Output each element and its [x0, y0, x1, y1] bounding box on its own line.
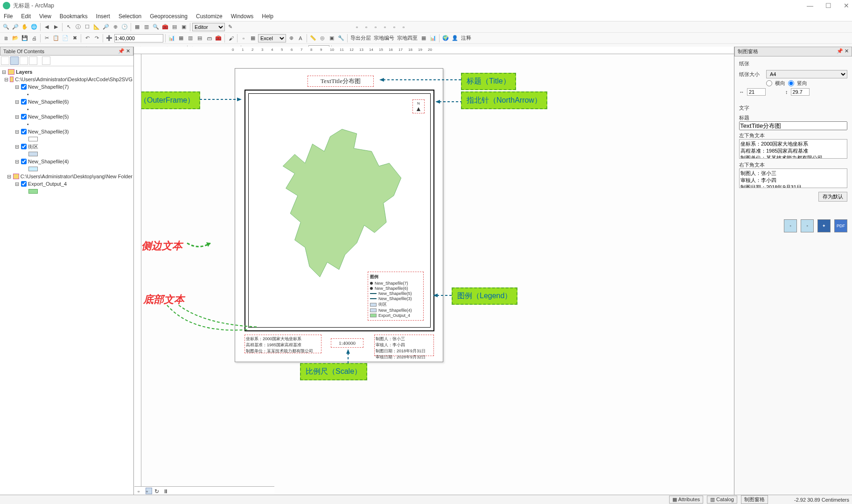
layer-checkbox[interactable]: [21, 84, 27, 90]
maximize-button[interactable]: ☐: [825, 2, 831, 9]
zoom-prev-icon[interactable]: ◀: [42, 23, 51, 31]
toc-list-by-drawing-icon[interactable]: [1, 56, 9, 65]
open-icon[interactable]: 📂: [11, 34, 20, 42]
layer-checkbox[interactable]: [21, 99, 27, 105]
layer-name[interactable]: New_Shapefile(6): [28, 99, 69, 105]
layout-view[interactable]: 01234567891011121314151617181920 TextTit…: [134, 47, 734, 495]
zone-number-label[interactable]: 宗地编号: [373, 35, 395, 42]
delete-icon[interactable]: ✖: [70, 34, 79, 42]
field-icon[interactable]: ▫: [239, 34, 248, 42]
person-icon[interactable]: 👤: [451, 34, 459, 42]
bottom-right-text[interactable]: 制图人：张小三 审核人：李小四 制图日期：2018年9月31日 审核日期：202…: [374, 335, 434, 356]
toolbox-icon[interactable]: 🧰: [161, 23, 169, 31]
tool-f-icon[interactable]: ▫: [399, 23, 408, 31]
layer-symbol-patch[interactable]: [28, 152, 38, 156]
annotation-label[interactable]: 注释: [460, 35, 472, 42]
outer-frame[interactable]: N ▲ 图例 New_Shapefile(7)New_Shapefile(6): [244, 90, 434, 331]
layer-name[interactable]: New_Shapefile(7): [28, 84, 69, 90]
data-view-button[interactable]: ▫: [137, 488, 144, 494]
tool-b-icon[interactable]: ▫: [362, 23, 370, 31]
refresh-view-button[interactable]: ↻: [154, 488, 161, 494]
layer-checkbox[interactable]: [21, 129, 27, 134]
menu-geoprocessing[interactable]: Geoprocessing: [150, 13, 188, 20]
layer-symbol-point[interactable]: •: [27, 107, 29, 112]
globe-icon[interactable]: 🌐: [30, 23, 38, 31]
menu-insert[interactable]: Insert: [96, 13, 110, 20]
undo-icon[interactable]: ↶: [83, 34, 91, 42]
toc-group1[interactable]: C:\Users\Administrator\Desktop\ArcCode\S…: [15, 77, 133, 82]
grid2-icon[interactable]: ▦: [419, 34, 428, 42]
globe2-icon[interactable]: 🌍: [441, 34, 450, 42]
print-icon[interactable]: 🖨: [30, 34, 38, 42]
status-tab-attributes[interactable]: ▦ Attributes: [669, 496, 703, 504]
layer-name[interactable]: Export_Output_4: [28, 181, 67, 187]
layer-checkbox[interactable]: [21, 144, 27, 149]
clear-sel-icon[interactable]: 🔧: [337, 34, 345, 42]
identify-icon[interactable]: ⓘ: [74, 23, 82, 31]
tool-a-icon[interactable]: ▫: [353, 23, 361, 31]
layer-name[interactable]: New_Shapefile(5): [28, 114, 69, 119]
tool-e-icon[interactable]: ▫: [390, 23, 398, 31]
paper-height-input[interactable]: [791, 88, 810, 96]
search-icon[interactable]: 🔍: [152, 23, 160, 31]
export-layout-2-icon[interactable]: ▫: [801, 219, 814, 232]
scale-text[interactable]: 1:40000: [331, 338, 363, 348]
toc-list-by-selection-icon[interactable]: [29, 56, 37, 65]
cross-icon[interactable]: ⊕: [287, 34, 295, 42]
layer-symbol-point[interactable]: •: [27, 92, 29, 97]
export-layer-label[interactable]: 导出分层: [349, 35, 372, 42]
measuretool-icon[interactable]: 📏: [309, 34, 317, 42]
time-icon[interactable]: 🕒: [120, 23, 129, 31]
br-textarea[interactable]: [739, 168, 847, 188]
menu-customize[interactable]: Customize: [196, 13, 223, 20]
buffer-icon[interactable]: ◎: [318, 34, 327, 42]
new-icon[interactable]: 🗎: [2, 34, 10, 42]
toc-options-icon[interactable]: [42, 56, 50, 65]
table-open-icon[interactable]: ▦: [177, 34, 185, 42]
select-icon[interactable]: ☐: [83, 23, 91, 31]
redo-icon[interactable]: ↷: [92, 34, 101, 42]
editor-tool-icon[interactable]: ✎: [226, 23, 234, 31]
brush-icon[interactable]: 🖌: [227, 34, 235, 42]
layout-canvas[interactable]: TextTitle分布图 N ▲: [141, 54, 734, 495]
layout-icon[interactable]: ▤: [196, 34, 204, 42]
close-button[interactable]: ✕: [844, 2, 849, 9]
page[interactable]: TextTitle分布图 N ▲: [235, 68, 443, 362]
export-image-icon[interactable]: ✦: [817, 219, 831, 232]
toc-list-by-visibility-icon[interactable]: [20, 56, 28, 65]
chart-icon[interactable]: 📊: [429, 34, 437, 42]
menu-edit[interactable]: Edit: [21, 13, 31, 20]
tool-d-icon[interactable]: ▫: [381, 23, 389, 31]
paste-icon[interactable]: 📄: [61, 34, 70, 42]
toc-icon[interactable]: ▥: [186, 34, 195, 42]
layer-name[interactable]: New_Shapefile(4): [28, 159, 69, 164]
menu-view[interactable]: View: [39, 13, 51, 20]
menu-help[interactable]: Help: [262, 13, 273, 20]
layer-symbol-patch[interactable]: [28, 137, 38, 141]
save-icon[interactable]: 💾: [21, 34, 29, 42]
menu-windows[interactable]: Windows: [231, 13, 254, 20]
pointer-icon[interactable]: ↖: [64, 23, 73, 31]
pause-draw-button[interactable]: ⏸: [162, 488, 169, 494]
menu-selection[interactable]: Selection: [119, 13, 141, 20]
bottom-left-text[interactable]: 坐标系：2000国家大地坐标系 高程基准：1985国家高程基准 制图单位：某某技…: [244, 335, 321, 353]
data-frame[interactable]: N ▲ 图例 New_Shapefile(7)New_Shapefile(6): [248, 93, 431, 328]
add-data-icon[interactable]: ➕: [105, 34, 113, 42]
layer-symbol-patch[interactable]: [28, 167, 38, 171]
map-title-element[interactable]: TextTitle分布图: [307, 76, 374, 87]
editor-dropdown[interactable]: Editor: [192, 23, 225, 31]
export-pdf-icon[interactable]: PDF: [834, 219, 847, 232]
toc-tree[interactable]: ⊟Layers ⊟C:\Users\Administrator\Desktop\…: [0, 66, 133, 495]
menu-bookmarks[interactable]: Bookmarks: [60, 13, 88, 20]
xy-icon[interactable]: ⊕: [111, 23, 119, 31]
paper-size-select[interactable]: A4: [766, 70, 847, 78]
text-a-icon[interactable]: A: [296, 34, 305, 42]
table-icon[interactable]: ▦: [133, 23, 141, 31]
scale-input[interactable]: [114, 34, 163, 42]
layer-symbol-point[interactable]: •: [27, 122, 29, 127]
zone-extent-label[interactable]: 宗地四至: [396, 35, 419, 42]
paper-width-input[interactable]: [747, 88, 766, 96]
grid-icon[interactable]: ▦: [249, 34, 257, 42]
excel-dropdown[interactable]: Excel: [258, 34, 286, 42]
layer-checkbox[interactable]: [21, 114, 27, 119]
